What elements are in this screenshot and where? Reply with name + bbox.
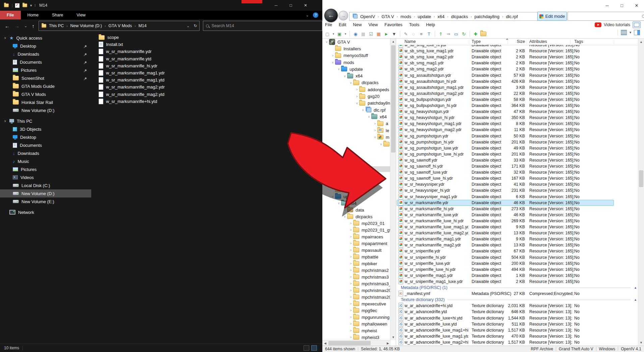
sidebar-item-honkai-star-rail[interactable]: Honkai Star Rail (0, 98, 91, 106)
tree-item-gxg20[interactable]: >gxg20 (322, 93, 390, 100)
sidebar-item-music[interactable]: ♪Music (0, 157, 91, 165)
list-row[interactable]: w_sr_marksmanrifle.ydrDrawable object46 … (397, 200, 638, 206)
details-view-icon[interactable] (304, 345, 309, 351)
export-file-icon[interactable]: ⇒ (445, 31, 451, 37)
tree-item-mpchristmas3[interactable]: >mpchristmas3 (322, 274, 390, 280)
font-page-icon[interactable]: T (426, 31, 432, 37)
list-row[interactable]: w_ar_advancedrifle.ytdTexture dictionary… (397, 309, 638, 315)
tree-item-mods[interactable]: ∨mods (322, 59, 390, 66)
chevron-right-icon[interactable]: > (348, 329, 353, 332)
list-row[interactable]: w_sg_sawnoff_luxe.ydrDrawable object32 K… (397, 169, 638, 175)
tree-item-x64[interactable]: ∨x64 (322, 72, 390, 79)
tree-item-data[interactable]: >data (322, 207, 390, 213)
tree-item-mpassault[interactable]: >mpassault (322, 247, 390, 253)
dropdown-icon[interactable]: ▾ (344, 31, 347, 37)
tree-item-dlcpacks[interactable]: ∨dlcpacks (322, 213, 390, 220)
chevron-down-icon[interactable]: ∨ (361, 108, 365, 112)
list-row[interactable]: w_sr_sniperrifle_hi.ydrDrawable object50… (397, 254, 638, 260)
list-scrollbar[interactable]: ▲ ▼ (638, 39, 644, 345)
tree-item-mpchristmas2017[interactable]: >mpchristmas2017 (322, 287, 390, 294)
sidebar-item-network[interactable]: Network (0, 208, 91, 216)
breadcrumb-item[interactable]: dlcpacks (451, 14, 468, 19)
chevron-right-icon[interactable]: > (348, 289, 353, 292)
file-row[interactable]: w_sr_marksmanrifle.ytd (91, 55, 319, 62)
back-button[interactable]: ← (5, 23, 10, 29)
chevron-down-icon[interactable]: ∨ (330, 195, 335, 198)
breadcrumb-item[interactable]: OpenIV (360, 14, 375, 19)
tree-item-mpg9ec[interactable]: >mpg9ec (322, 307, 390, 314)
sidebar-item-3d-objects[interactable]: 3D Objects (0, 125, 91, 133)
chevron-right-icon[interactable]: > (348, 295, 353, 299)
list-row[interactable]: w_sg_pumpshotgun_luxe.ydrDrawable object… (397, 145, 638, 151)
minimize-button[interactable]: ─ (600, 0, 614, 11)
file-row[interactable]: w_sr_marksmanrifle+hi.ytd (91, 98, 319, 105)
up-button[interactable]: ↑ (32, 23, 35, 29)
help-icon[interactable]: ? (313, 12, 318, 18)
sidebar-item-new-volume-d-[interactable]: New Volume (D:) (0, 189, 91, 197)
list-row[interactable]: w_sr_marksmanrifle_luxe_mag2.ydrDrawable… (397, 230, 638, 236)
breadcrumb-item[interactable]: New Volume (D:) (70, 23, 102, 28)
rename-box-icon[interactable]: ▭ (453, 31, 459, 37)
menu-view[interactable]: View (368, 22, 378, 27)
chevron-down-icon[interactable]: ∨ (367, 115, 371, 118)
breadcrumb-item[interactable]: mods (400, 14, 411, 19)
search-box[interactable]: Search M14 (203, 21, 322, 31)
tree-item-a[interactable]: >a (322, 120, 390, 127)
chevron-right-icon[interactable]: > (348, 315, 353, 319)
list-row[interactable]: w_sr_sniperrifle_mag1.ydrDrawable object… (397, 273, 638, 279)
tree-item-x64[interactable]: ∨x64 (322, 200, 390, 207)
scroll-up-icon[interactable]: ▲ (638, 39, 644, 45)
chevron-right-icon[interactable]: > (348, 269, 353, 272)
file-row[interactable]: Install.txt (91, 41, 319, 48)
sidebar-item-quick-access[interactable]: ∨★Quick access (0, 34, 91, 42)
chevron-right-icon[interactable]: > (373, 122, 377, 125)
chevron-right-icon[interactable]: > (355, 88, 359, 91)
new-folder-icon[interactable] (22, 3, 27, 7)
menu-new[interactable]: New (353, 22, 362, 27)
tree-scrollbar[interactable]: ▲ ▼ (390, 39, 396, 340)
scroll-down-icon[interactable]: ▼ (638, 340, 644, 345)
chevron-down-icon[interactable]: ∨ (355, 102, 359, 105)
menu-edit[interactable]: Edit (339, 22, 346, 27)
chevron-down-icon[interactable]: ∨ (4, 119, 6, 123)
scroll-up-icon[interactable]: ▲ (390, 39, 396, 44)
breadcrumb-item[interactable]: patchday8ng (475, 14, 499, 19)
list-row[interactable]: w_sg_assaultshotgun_mag2.ydrDrawable obj… (397, 91, 638, 97)
list-row[interactable]: _manifest.ymfMetadata (PSO/RSC)27 KBComp… (397, 291, 638, 297)
text-page-icon[interactable]: ≡ (418, 31, 424, 37)
file-row[interactable]: w_sr_marksmanrifle.ydr (91, 48, 319, 55)
list-row[interactable]: w_ar_advancedrifle_luxe_mag1.ytdTexture … (397, 333, 638, 339)
menu-favorites[interactable]: Favorites (384, 22, 402, 27)
chevron-right-icon[interactable]: > (348, 242, 353, 245)
tree-item-GTA V[interactable]: ∨GTA V (322, 39, 390, 45)
list-row[interactable]: w_sg_bullpupshotgun_hi.ydrDrawable objec… (397, 103, 638, 109)
chevron-right-icon[interactable]: > (348, 309, 353, 312)
list-row[interactable]: w_sb_smg_luxe_hi.ydrDrawable objectResou… (397, 45, 638, 48)
forward-button[interactable]: → (338, 11, 348, 20)
chevron-down-icon[interactable]: ∨ (342, 74, 347, 78)
list-row[interactable]: w_sr_marksmanrifle_luxe_mag1.ydrDrawable… (397, 224, 638, 230)
chevron-down-icon[interactable]: ∨ (336, 201, 341, 205)
properties-icon[interactable] (15, 3, 19, 8)
open-folder-icon[interactable] (480, 32, 486, 36)
list-row[interactable]: w_sr_marksmanrifle_luxe_hi.ydrDrawable o… (397, 218, 638, 224)
menu-help[interactable]: Help (426, 22, 435, 27)
tree-item-dlcpacks[interactable]: ∨dlcpacks (322, 79, 390, 86)
sidebar-item-desktop[interactable]: Desktop (0, 42, 91, 50)
list-row[interactable]: w_sb_smg_luxe_mag1.ydrDrawable object2 K… (397, 48, 638, 54)
tab-view[interactable]: View (70, 11, 92, 19)
tree-item-mphalloween[interactable]: >mphalloween (322, 320, 390, 327)
list-row[interactable]: w_sg_sawnoff_luxe_hi.ydrDrawable object1… (397, 175, 638, 181)
list-row[interactable]: w_sg_sawnoff.ydrDrawable object33 KBReso… (397, 157, 638, 163)
list-row[interactable]: w_sr_heavysniper_mag1.ydrDrawable object… (397, 194, 638, 200)
play-icon[interactable]: ► (383, 31, 389, 37)
list-row[interactable]: w_sg_pumpshotgun_hi.ydrDrawable object20… (397, 139, 638, 145)
list-row[interactable]: w_sg_assaultshotgun.ydrDrawable object57… (397, 72, 638, 78)
list-row[interactable]: w_sg_bullpupshotgun.ydrDrawable object58… (397, 97, 638, 103)
list-row[interactable]: w_sg_pumpshotgun.ydrDrawable object50 KB… (397, 133, 638, 139)
column-header-type[interactable]: Type (472, 39, 481, 44)
chevron-right-icon[interactable]: > (348, 248, 353, 252)
chevron-right-icon[interactable]: > (348, 275, 353, 279)
tree-item-mpgunrunning[interactable]: >mpgunrunning (322, 314, 390, 320)
import-file-icon[interactable]: ⇑ (438, 31, 444, 37)
